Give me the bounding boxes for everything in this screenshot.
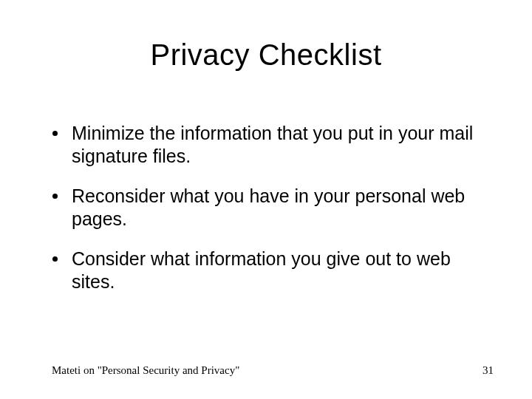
list-item: Minimize the information that you put in… xyxy=(48,122,488,167)
slide-title: Privacy Checklist xyxy=(0,38,532,72)
slide: Privacy Checklist Minimize the informati… xyxy=(0,0,532,399)
slide-body: Minimize the information that you put in… xyxy=(48,122,488,310)
list-item: Consider what information you give out t… xyxy=(48,248,488,293)
page-number: 31 xyxy=(482,364,494,377)
footer-source: Mateti on "Personal Security and Privacy… xyxy=(52,364,239,377)
bullet-list: Minimize the information that you put in… xyxy=(48,122,488,293)
list-item: Reconsider what you have in your persona… xyxy=(48,185,488,230)
